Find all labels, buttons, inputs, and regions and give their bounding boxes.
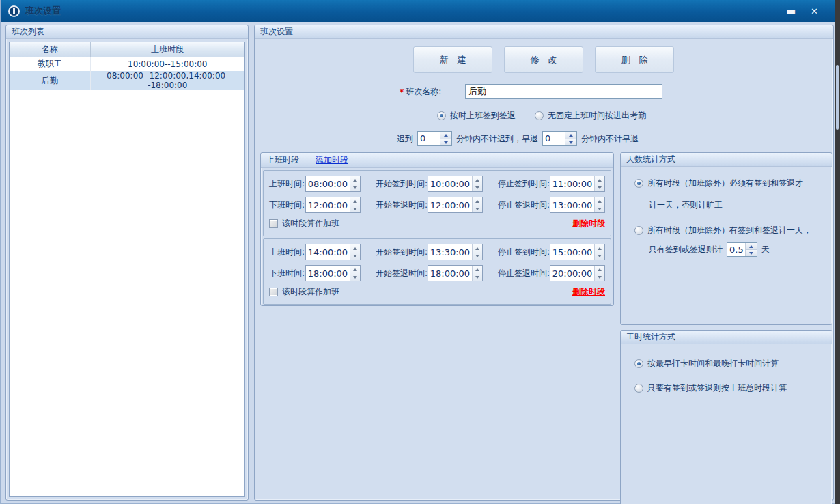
column-header-name[interactable]: 名称 (10, 42, 90, 57)
time-spinner-icon[interactable] (350, 266, 360, 281)
shift-list-title: 班次列表 (12, 26, 44, 38)
checkin-stop-time-input[interactable]: 15:00:00 (550, 244, 605, 260)
day-count-option1-line2: 计一天，否则计旷工 (649, 199, 723, 211)
scrollbar-thumb[interactable] (836, 65, 839, 130)
shift-list-panel: 班次列表 名称 上班时段 教职工 10:00:00--15:00:00 后勤 (5, 25, 249, 501)
delete-button[interactable]: 删 除 (595, 46, 674, 73)
time-spinner-icon[interactable] (472, 176, 482, 191)
titlebar: 班次设置 ▬ ✕ (1, 0, 835, 22)
new-button[interactable]: 新 建 (413, 46, 492, 73)
stepper-arrows-icon[interactable] (440, 132, 451, 145)
checkout-stop-label: 停止签退时间: (498, 199, 550, 211)
time-spinner-icon[interactable] (472, 244, 482, 260)
shift-list-header: 班次列表 (6, 25, 248, 39)
cell-shift-name[interactable]: 教职工 (10, 57, 90, 71)
checkout-start-time-input[interactable]: 12:00:00 (428, 197, 483, 213)
work-start-time-input[interactable]: 14:00:00 (305, 244, 361, 260)
checkout-stop-time-input[interactable]: 20:00:00 (550, 265, 605, 281)
table-row[interactable]: 教职工 10:00:00--15:00:00 (10, 57, 244, 71)
work-hours-option-1[interactable]: 按最早打卡时间和最晚打卡时间计算 (634, 358, 779, 369)
tolerance-row: 迟到 0 分钟内不计迟到，早退 0 分钟内不计早退 (397, 131, 639, 146)
checkin-stop-time-input[interactable]: 11:00:00 (550, 176, 605, 192)
time-spinner-icon[interactable] (594, 176, 604, 191)
checkout-stop-label: 停止签退时间: (498, 268, 550, 279)
radio-daycount-strict-icon[interactable] (634, 179, 643, 188)
checkin-start-label: 开始签到时间: (376, 178, 428, 190)
time-spinner-icon[interactable] (594, 197, 604, 212)
work-start-time-input[interactable]: 08:00:00 (305, 176, 361, 192)
checkout-start-time-input[interactable]: 18:00:00 (428, 265, 483, 281)
app-icon (8, 5, 20, 17)
column-header-period[interactable]: 上班时段 (90, 42, 244, 57)
add-period-link[interactable]: 添加时段 (316, 154, 348, 166)
time-spinner-icon[interactable] (472, 197, 482, 212)
work-hours-title: 工时统计方式 (626, 331, 675, 343)
close-button[interactable]: ✕ (811, 7, 818, 16)
delete-period-link[interactable]: 删除时段 (572, 286, 605, 298)
mode-fixed-label: 按时上班签到签退 (450, 110, 516, 122)
time-spinner-icon[interactable] (350, 244, 360, 260)
modify-button[interactable]: 修 改 (504, 46, 583, 73)
work-hours-option1-label: 按最早打卡时间和最晚打卡时间计算 (647, 358, 779, 369)
work-hours-option2-label: 只要有签到或签退则按上班总时段计算 (647, 382, 787, 394)
checkin-stop-label: 停止签到时间: (498, 178, 550, 190)
minimize-button[interactable]: ▬ (786, 6, 796, 16)
radio-daycount-half-icon[interactable] (634, 226, 643, 235)
table-row-selected[interactable]: 后勤 08:00:00--12:00:00,14:00:00--18:00:00 (10, 71, 244, 90)
background-strip (835, 0, 840, 504)
mode-option-fixed[interactable]: 按时上班签到签退 (437, 110, 516, 122)
overtime-checkbox[interactable] (269, 219, 278, 228)
shift-settings-panel: 班次设置 新 建 修 改 删 除 * 班次名称: 按时上班签到签退 无固定上班时… (254, 25, 834, 501)
shift-settings-header: 班次设置 (255, 25, 833, 39)
cell-shift-period[interactable]: 10:00:00--15:00:00 (90, 57, 244, 71)
shift-settings-window: 班次设置 ▬ ✕ 班次列表 名称 上班时段 教职工 10:00: (0, 0, 835, 504)
work-end-label: 下班时间: (269, 268, 305, 279)
work-end-time-input[interactable]: 12:00:00 (305, 197, 361, 213)
mode-option-flexible[interactable]: 无固定上班时间按进出考勤 (535, 110, 646, 122)
early-minutes-stepper[interactable]: 0 (542, 131, 577, 146)
half-day-stepper[interactable]: 0.5 (727, 242, 757, 257)
work-hours-option-2[interactable]: 只要有签到或签退则按上班总时段计算 (634, 382, 787, 394)
day-count-option2-line1: 所有时段（加班除外）有签到和签退计一天， (647, 225, 811, 236)
cell-shift-name[interactable]: 后勤 (10, 71, 90, 90)
shift-settings-title: 班次设置 (260, 26, 293, 38)
work-periods-header: 上班时段 添加时段 (261, 153, 613, 168)
radio-hours-punch-icon[interactable] (634, 359, 643, 368)
period-section-2: 上班时间: 14:00:00 开始签到时间: 13:30:00 停止签到时间: … (263, 238, 611, 305)
time-spinner-icon[interactable] (594, 266, 604, 281)
radio-hours-total-icon[interactable] (634, 384, 643, 393)
time-spinner-icon[interactable] (472, 266, 482, 281)
day-count-option-2[interactable]: 所有时段（加班除外）有签到和签退计一天， (634, 225, 811, 236)
required-mark: * (400, 87, 404, 97)
checkin-stop-label: 停止签到时间: (498, 247, 550, 258)
late-minutes-stepper[interactable]: 0 (417, 131, 452, 146)
work-end-label: 下班时间: (269, 199, 305, 211)
cell-shift-period[interactable]: 08:00:00--12:00:00,14:00:00--18:00:00 (90, 71, 244, 90)
overtime-label: 该时段算作加班 (282, 286, 339, 298)
day-count-option2-line2-prefix: 只有签到或签退则计 (649, 244, 723, 255)
radio-fixed-checkin-icon[interactable] (437, 111, 446, 120)
delete-period-link[interactable]: 删除时段 (572, 218, 605, 229)
checkout-stop-time-input[interactable]: 13:00:00 (550, 197, 605, 213)
checkin-start-time-input[interactable]: 13:30:00 (428, 244, 483, 260)
checkout-start-label: 开始签退时间: (376, 199, 428, 211)
shift-name-input[interactable] (465, 84, 662, 99)
day-count-option-1[interactable]: 所有时段（加班除外）必须有签到和签退才 (634, 178, 803, 189)
stepper-arrows-icon[interactable] (565, 132, 576, 145)
overtime-checkbox[interactable] (269, 288, 278, 296)
overtime-label: 该时段算作加班 (282, 218, 339, 229)
tolerance-mid-text: 分钟内不计迟到，早退 (456, 133, 538, 145)
time-spinner-icon[interactable] (350, 197, 360, 212)
window-title: 班次设置 (25, 5, 61, 17)
time-spinner-icon[interactable] (594, 244, 604, 260)
work-start-label: 上班时间: (269, 178, 305, 190)
period-section-1: 上班时间: 08:00:00 开始签到时间: 10:00:00 停止签到时间: … (263, 170, 611, 236)
checkin-start-time-input[interactable]: 10:00:00 (428, 176, 483, 192)
work-periods-box: 上班时段 添加时段 上班时间: 08:00:00 开始签到时间: 10:00:0… (260, 152, 614, 306)
time-spinner-icon[interactable] (350, 176, 360, 191)
shift-list-table: 名称 上班时段 教职工 10:00:00--15:00:00 后勤 08:00:… (9, 42, 245, 497)
work-end-time-input[interactable]: 18:00:00 (305, 265, 361, 281)
radio-flexible-checkin-icon[interactable] (535, 111, 544, 120)
day-count-header: 天数统计方式 (621, 153, 832, 167)
stepper-arrows-icon[interactable] (745, 243, 757, 256)
